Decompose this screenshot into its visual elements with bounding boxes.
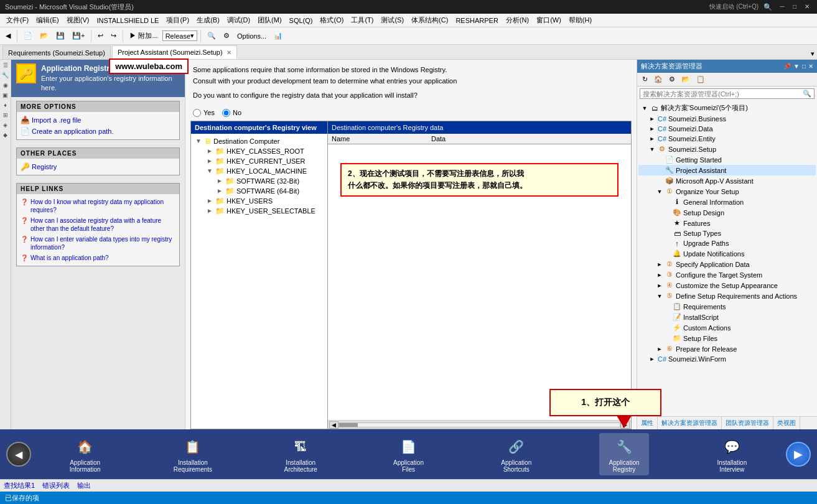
options-button[interactable]: Options... xyxy=(234,30,269,42)
toolbar-icon-1[interactable]: 🔍 xyxy=(204,30,219,42)
st-getting-started[interactable]: 📄 Getting Started xyxy=(638,154,816,165)
menu-installshield[interactable]: INSTALLSHIELD LE xyxy=(93,16,162,26)
st-define-setup[interactable]: ▼ ⑤ Define Setup Requirements and Action… xyxy=(638,291,816,301)
st-data[interactable]: ► C# Soumeizi.Data xyxy=(638,124,816,134)
maximize-icon[interactable]: □ xyxy=(802,63,806,70)
vs-icon-3[interactable]: ◉ xyxy=(1,82,10,91)
menu-test[interactable]: 测试(S) xyxy=(377,14,408,26)
st-custom-actions[interactable]: ⚡ Custom Actions xyxy=(638,322,816,333)
find-results-label[interactable]: 查找结果1 xyxy=(4,481,35,490)
tree-destination-computer[interactable]: ▼ 🖥 Destination Computer xyxy=(194,136,325,146)
release-dropdown[interactable]: Release ▾ xyxy=(162,30,197,41)
st-winform[interactable]: ► C# Soumeizi.WinForm xyxy=(638,354,816,364)
menu-tools[interactable]: 工具(T) xyxy=(347,14,377,26)
new-project-button[interactable]: 📄 xyxy=(21,30,35,42)
st-appv[interactable]: 📦 Microsoft App-V Assistant xyxy=(638,175,816,186)
horizontal-scrollbar[interactable]: ◀ ▶ xyxy=(328,420,631,429)
nav-install-req[interactable]: 📋 InstallationRequirements xyxy=(168,433,218,475)
st-update-notifications[interactable]: 🔔 Update Notifications xyxy=(638,248,816,259)
tree-hkcu[interactable]: ► 📁 HKEY_CURRENT_USER xyxy=(194,156,325,166)
st-upgrade-paths[interactable]: ↑ Upgrade Paths xyxy=(638,238,816,248)
nav-forward-button[interactable]: ▶ xyxy=(786,442,811,467)
rp-new-file-button[interactable]: 📋 xyxy=(694,74,707,85)
tab-dropdown-button[interactable]: ▾ xyxy=(808,49,817,59)
undo-button[interactable]: ↩ xyxy=(95,30,106,42)
scroll-left-button[interactable]: ◀ xyxy=(329,421,338,429)
rb-tab-classview[interactable]: 类视图 xyxy=(773,417,800,429)
redo-button[interactable]: ↪ xyxy=(108,30,119,42)
menu-arch[interactable]: 体系结构(C) xyxy=(408,14,452,26)
import-reg-link[interactable]: 📥 Import a .reg file xyxy=(21,114,175,126)
st-setup-types[interactable]: 🗃 Setup Types xyxy=(638,228,816,238)
open-button[interactable]: 📂 xyxy=(37,30,52,42)
st-business[interactable]: ► C# Soumeizi.Business xyxy=(638,114,816,124)
more-options-header[interactable]: More Options xyxy=(17,101,179,112)
back-button[interactable]: ◀ xyxy=(2,30,14,42)
vs-icon-8[interactable]: ◆ xyxy=(1,132,10,141)
output-label[interactable]: 输出 xyxy=(77,481,91,490)
tab-requirements[interactable]: Requirements (Soumeizi.Setup) xyxy=(2,45,111,59)
vs-icon-7[interactable]: ◈ xyxy=(1,122,10,131)
st-installscript[interactable]: 📝 InstallScript xyxy=(638,312,816,322)
st-prepare-release[interactable]: ► ⑥ Prepare for Release xyxy=(638,343,816,354)
error-list-label[interactable]: 错误列表 xyxy=(42,481,70,490)
vs-icon-1[interactable]: ☰ xyxy=(1,62,10,71)
menu-format[interactable]: 格式(O) xyxy=(316,14,347,26)
menu-window[interactable]: 窗口(W) xyxy=(533,14,565,26)
st-customize-setup[interactable]: ► ④ Customize the Setup Appearance xyxy=(638,280,816,291)
collapse-icon[interactable]: ▼ xyxy=(793,63,800,70)
help-link-3[interactable]: ❓ How can I enter variable data types in… xyxy=(21,234,175,253)
solution-root[interactable]: ▼ 🗂 解决方案'Soumeizi'(5个项目) xyxy=(638,102,816,114)
radio-no[interactable]: No xyxy=(222,109,241,117)
toolbar-icon-3[interactable]: 📊 xyxy=(271,30,286,42)
nav-app-files[interactable]: 📄 ApplicationFiles xyxy=(383,433,433,475)
tab-project-assistant[interactable]: Project Assistant (Soumeizi.Setup) ✕ xyxy=(112,45,237,59)
st-project-assistant[interactable]: 🔧 Project Assistant xyxy=(638,165,816,175)
rp-sync-button[interactable]: ↻ xyxy=(640,74,650,85)
radio-no-input[interactable] xyxy=(222,109,230,117)
tree-hkcr[interactable]: ► 📁 HKEY_CLASSES_ROOT xyxy=(194,146,325,156)
st-entity[interactable]: ► C# Soumeizi.Entity xyxy=(638,134,816,144)
menu-analyze[interactable]: 分析(N) xyxy=(502,14,533,26)
radio-yes[interactable]: Yes xyxy=(193,109,215,117)
vs-icon-6[interactable]: ⊞ xyxy=(1,112,10,121)
help-links-header[interactable]: Help Links xyxy=(17,184,179,194)
radio-yes-input[interactable] xyxy=(193,109,201,117)
st-setup-files[interactable]: 📁 Setup Files xyxy=(638,333,816,343)
menu-team[interactable]: 团队(M) xyxy=(254,14,286,26)
menu-view[interactable]: 视图(V) xyxy=(63,14,93,26)
st-general-info[interactable]: ℹ General Information xyxy=(638,197,816,207)
help-link-1[interactable]: ❓ How do I know what registry data my ap… xyxy=(21,197,175,215)
toolbar-icon-2[interactable]: ⚙ xyxy=(220,30,233,42)
menu-resharper[interactable]: RESHARPER xyxy=(452,16,502,26)
menu-debug[interactable]: 调试(D) xyxy=(223,14,254,26)
tree-hklm[interactable]: ▼ 📁 HKEY_LOCAL_MACHINE xyxy=(194,166,325,176)
close-panel-icon[interactable]: ✕ xyxy=(808,63,813,70)
pin-icon[interactable]: 📌 xyxy=(783,63,791,70)
menu-help[interactable]: 帮助(H) xyxy=(565,14,595,26)
solution-explorer-search[interactable]: 🔍 xyxy=(640,88,815,99)
help-link-4[interactable]: ❓ What is an application path? xyxy=(21,253,175,263)
tree-sw32[interactable]: ► 📁 SOFTWARE (32-Bit) xyxy=(194,176,325,186)
nav-install-interview[interactable]: 💬 InstallationInterview xyxy=(707,433,757,475)
search-icon[interactable]: 🔍 xyxy=(763,3,772,11)
nav-app-shortcuts[interactable]: 🔗 ApplicationShortcuts xyxy=(492,433,541,475)
nav-back-button[interactable]: ◀ xyxy=(6,442,31,467)
tree-sw64[interactable]: ► 📁 SOFTWARE (64-Bit) xyxy=(194,186,325,196)
restore-button[interactable]: □ xyxy=(790,2,800,11)
window-controls[interactable]: ─ □ ✕ xyxy=(777,2,812,11)
rp-home-button[interactable]: 🏠 xyxy=(651,74,665,85)
nav-app-info[interactable]: 🏠 ApplicationInformation xyxy=(60,433,110,475)
close-button[interactable]: ✕ xyxy=(802,2,812,11)
tree-hku[interactable]: ► 📁 HKEY_USERS xyxy=(194,196,325,206)
start-button[interactable]: ▶ 附加... xyxy=(126,29,161,42)
vs-icon-2[interactable]: 🔧 xyxy=(1,72,10,81)
rb-tab-solution[interactable]: 解决方案资源管理器 xyxy=(658,417,722,429)
rb-tab-team[interactable]: 团队资源管理器 xyxy=(722,417,773,429)
menu-sql[interactable]: SQL(Q) xyxy=(286,16,317,26)
create-app-path-link[interactable]: 📄 Create an application path. xyxy=(21,126,175,137)
nav-app-registry[interactable]: 🔧 ApplicationRegistry 1、打开这个 xyxy=(599,433,649,475)
minimize-button[interactable]: ─ xyxy=(777,2,787,11)
tree-hkus[interactable]: ► 📁 HKEY_USER_SELECTABLE xyxy=(194,206,325,216)
menu-file[interactable]: 文件(F) xyxy=(2,14,32,26)
